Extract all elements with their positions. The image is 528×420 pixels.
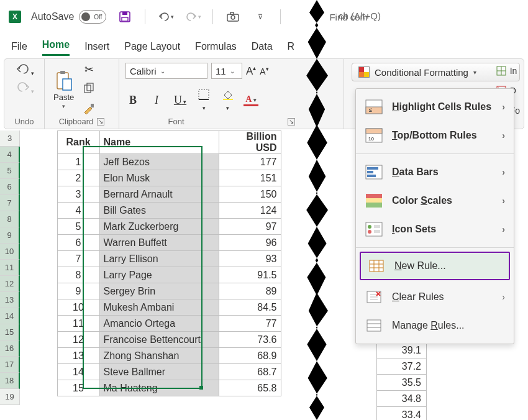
font-size-combo[interactable]: 11⌄	[211, 63, 242, 79]
cell-name[interactable]: Warren Buffett	[99, 235, 219, 251]
cell-name[interactable]: Mark Zuckerberg	[99, 219, 219, 235]
row-header[interactable]: 13	[0, 292, 20, 308]
cell-name[interactable]: Bill Gates	[99, 203, 219, 219]
cell-usd[interactable]: 97	[219, 219, 281, 235]
cell-usd[interactable]: 124	[219, 203, 281, 219]
row-header[interactable]: 8	[0, 211, 20, 227]
cell-name[interactable]: Francoise Bettencourt	[99, 332, 219, 348]
row-header[interactable]: 6	[0, 179, 20, 195]
font-color-button[interactable]: A ▾	[244, 94, 258, 106]
redo-button[interactable]: ▾	[15, 81, 34, 95]
menu-data-bars[interactable]: Data Bars ›	[356, 158, 514, 186]
row-header[interactable]: 11	[0, 260, 20, 276]
cell-rank[interactable]: 12	[57, 332, 99, 348]
cell-usd[interactable]: 68.7	[219, 364, 281, 380]
dialog-launcher-icon[interactable]: ↘	[97, 118, 104, 126]
cell-rank[interactable]: 13	[57, 348, 99, 364]
col-name[interactable]: Name	[99, 131, 219, 154]
undo-icon[interactable]: ▾	[157, 11, 174, 22]
menu-new-rule[interactable]: New Rule...	[360, 252, 510, 280]
table-row[interactable]: 5Mark Zuckerberg97	[20, 219, 281, 235]
tab-home[interactable]: Home	[42, 39, 70, 56]
cell-name[interactable]: Elon Musk	[99, 170, 219, 186]
conditional-formatting-button[interactable]: Conditional Formatting ▾	[352, 63, 520, 81]
cell-rank[interactable]: 5	[57, 219, 99, 235]
row-header[interactable]: 16	[0, 340, 20, 357]
menu-top-bottom-rules[interactable]: 10 Top/Bottom Rules ›	[356, 121, 514, 150]
row-header[interactable]: 14	[0, 308, 20, 324]
row-header[interactable]: 12	[0, 276, 20, 292]
save-icon[interactable]	[116, 11, 134, 23]
data-grid[interactable]: Rank Name Billion USD 1Jeff Bezos1772Elo…	[20, 130, 281, 413]
menu-icon-sets[interactable]: Icon Sets ›	[356, 215, 514, 244]
table-row[interactable]: 8Larry Page91.5	[20, 267, 281, 283]
qat-overflow-icon[interactable]: ⊽	[252, 13, 269, 21]
copy-icon[interactable]	[83, 83, 94, 96]
cell-name[interactable]: Ma Huateng	[99, 380, 219, 396]
cell-rank[interactable]: 1	[57, 154, 99, 170]
menu-color-scales[interactable]: Color Scales ›	[356, 186, 514, 215]
borders-button[interactable]: ▾	[196, 89, 211, 112]
cell-name[interactable]: Larry Page	[99, 267, 219, 283]
cell-usd[interactable]: 177	[219, 154, 281, 170]
underline-button[interactable]: U ▾	[173, 94, 188, 107]
cell-usd[interactable]: 89	[219, 283, 281, 299]
cell-rank[interactable]: 7	[57, 251, 99, 267]
autosave-toggle[interactable]: AutoSave Off	[31, 10, 106, 24]
cell-name[interactable]: Larry Ellison	[99, 251, 219, 267]
cell-usd[interactable]: 96	[219, 235, 281, 251]
table-row[interactable]: 15Ma Huateng65.8	[20, 380, 281, 396]
paste-button[interactable]: Paste ▾	[51, 69, 76, 111]
cell-usd[interactable]: 150	[219, 186, 281, 203]
row-header[interactable]: 5	[0, 163, 20, 179]
row-header[interactable]: 7	[0, 195, 20, 211]
cut-icon[interactable]: ✂	[84, 63, 94, 76]
cell-rank[interactable]: 9	[57, 283, 99, 299]
menu-manage-rules[interactable]: Manage Rules...	[356, 311, 514, 340]
italic-button[interactable]: I	[149, 94, 164, 107]
cell-value[interactable]: 39.1	[377, 342, 427, 358]
row-header[interactable]: 18	[0, 373, 20, 389]
tab-file[interactable]: File	[11, 41, 27, 56]
cell-value[interactable]: 37.2	[377, 358, 427, 375]
cell-usd[interactable]: 84.5	[219, 299, 281, 316]
cell-usd[interactable]: 151	[219, 170, 281, 186]
cell-name[interactable]: Steve Ballmer	[99, 364, 219, 380]
tab-page-layout[interactable]: Page Layout	[124, 41, 180, 56]
cell-usd[interactable]: 68.9	[219, 348, 281, 364]
table-row[interactable]: 12Francoise Bettencourt73.6	[20, 332, 281, 348]
row-headers[interactable]: 345678910111213141516171819	[0, 130, 20, 405]
row-header[interactable]: 17	[0, 357, 20, 373]
cell-rank[interactable]: 3	[57, 186, 99, 203]
cell-rank[interactable]: 15	[57, 380, 99, 396]
cell-usd[interactable]: 65.8	[219, 380, 281, 396]
table-row[interactable]: 9Sergey Brin89	[20, 283, 281, 299]
table-row[interactable]: 3Bernard Arnault150	[20, 186, 281, 203]
fill-color-button[interactable]: ▾	[220, 89, 235, 112]
toggle-switch[interactable]: Off	[79, 10, 106, 24]
dialog-launcher-icon[interactable]: ↘	[288, 118, 295, 126]
row-header[interactable]: 15	[0, 324, 20, 340]
cell-usd[interactable]: 93	[219, 251, 281, 267]
cell-name[interactable]: Zhong Shanshan	[99, 348, 219, 364]
table-row[interactable]: 13Zhong Shanshan68.9	[20, 348, 281, 364]
cell-name[interactable]: Sergey Brin	[99, 283, 219, 299]
cell-usd[interactable]: 73.6	[219, 332, 281, 348]
cell-name[interactable]: Mukesh Ambani	[99, 299, 219, 316]
col-usd[interactable]: Billion USD	[219, 131, 281, 154]
table-row[interactable]: 4Bill Gates124	[20, 203, 281, 219]
bold-button[interactable]: B	[125, 94, 140, 107]
cell-name[interactable]: Jeff Bezos	[99, 154, 219, 170]
cell-usd[interactable]: 91.5	[219, 267, 281, 283]
col-rank[interactable]: Rank	[57, 131, 99, 154]
cell-value[interactable]: 33.4	[377, 407, 427, 421]
table-row[interactable]: 1Jeff Bezos177	[20, 154, 281, 170]
format-painter-icon[interactable]	[83, 102, 95, 116]
cell-rank[interactable]: 2	[57, 170, 99, 186]
increase-font-icon[interactable]: A▴	[246, 65, 256, 78]
row-header[interactable]: 4	[0, 147, 20, 163]
cell-name[interactable]: Amancio Ortega	[99, 316, 219, 332]
tab-insert[interactable]: Insert	[84, 41, 109, 56]
cell-usd[interactable]: 77	[219, 316, 281, 332]
table-row[interactable]: 6Warren Buffett96	[20, 235, 281, 251]
